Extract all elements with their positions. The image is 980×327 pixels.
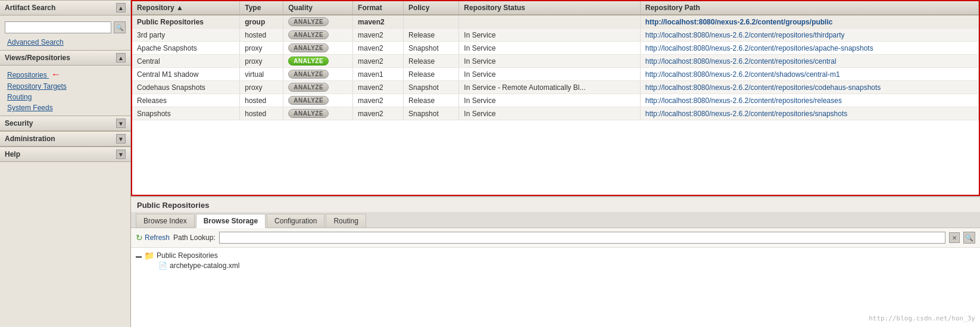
folder-icon: 📁 bbox=[144, 251, 154, 260]
security-label: Security bbox=[5, 119, 33, 127]
cell-quality[interactable]: ANALYZE bbox=[283, 42, 353, 55]
cell-policy: Snapshot bbox=[404, 107, 459, 120]
refresh-button[interactable]: ↻ Refresh bbox=[136, 233, 170, 242]
tree-file-item[interactable]: 📄 archetype-catalog.xml bbox=[150, 261, 975, 270]
advanced-search-link[interactable]: Advanced Search bbox=[0, 37, 130, 48]
cell-quality[interactable]: ANALYZE bbox=[283, 107, 353, 120]
path-search-button[interactable]: 🔍 bbox=[963, 232, 975, 244]
cell-policy: Snapshot bbox=[404, 81, 459, 94]
cell-policy: Release bbox=[404, 68, 459, 81]
sidebar-item-repositories[interactable]: Repositories ← bbox=[0, 68, 130, 81]
table-row[interactable]: Apache SnapshotsproxyANALYZEmaven2Snapsh… bbox=[132, 42, 979, 55]
path-lookup-label: Path Lookup: bbox=[173, 233, 216, 242]
path-clear-button[interactable]: ✕ bbox=[949, 232, 960, 243]
col-type[interactable]: Type bbox=[240, 1, 283, 15]
administration-toggle[interactable]: ▼ bbox=[116, 134, 126, 144]
panel-toolbar: ↻ Refresh Path Lookup: ✕ 🔍 bbox=[131, 228, 980, 248]
search-input[interactable] bbox=[5, 21, 111, 33]
cell-format: maven2 bbox=[353, 15, 404, 29]
col-quality[interactable]: Quality bbox=[283, 1, 353, 15]
tab-browse-storage[interactable]: Browse Storage bbox=[196, 214, 266, 228]
administration-header[interactable]: Administration ▼ bbox=[0, 131, 130, 147]
cell-status: In Service bbox=[459, 42, 640, 55]
cell-path[interactable]: http://localhost:8080/nexus-2.6.2/conten… bbox=[640, 68, 978, 81]
security-toggle[interactable]: ▼ bbox=[116, 119, 126, 128]
tree-root[interactable]: ▬ 📁 Public Repositories bbox=[136, 250, 975, 261]
tab-configuration[interactable]: Configuration bbox=[267, 214, 324, 228]
sidebar-item-repository-targets[interactable]: Repository Targets bbox=[0, 81, 130, 92]
analyze-button[interactable]: ANALYZE bbox=[288, 57, 329, 66]
watermark: http://blog.csdn.net/hon_3y bbox=[869, 314, 975, 322]
analyze-button[interactable]: ANALYZE bbox=[288, 30, 329, 39]
views-repositories-label: Views/Repositories bbox=[5, 54, 70, 62]
sidebar-item-system-feeds[interactable]: System Feeds bbox=[0, 102, 130, 113]
repo-path-link[interactable]: http://localhost:8080/nexus-2.6.2/conten… bbox=[645, 83, 881, 92]
artifact-search-toggle[interactable]: ▲ bbox=[116, 3, 126, 13]
col-format[interactable]: Format bbox=[353, 1, 404, 15]
analyze-button[interactable]: ANALYZE bbox=[288, 96, 329, 105]
analyze-button[interactable]: ANALYZE bbox=[288, 17, 329, 26]
views-repositories-toggle[interactable]: ▲ bbox=[116, 53, 126, 63]
cell-path[interactable]: http://localhost:8080/nexus-2.6.2/conten… bbox=[640, 42, 978, 55]
cell-quality[interactable]: ANALYZE bbox=[283, 29, 353, 42]
analyze-button[interactable]: ANALYZE bbox=[288, 43, 329, 52]
cell-repo-name: Central M1 shadow bbox=[132, 68, 240, 81]
analyze-button[interactable]: ANALYZE bbox=[288, 70, 329, 79]
table-header: Repository ▲ Type Quality Format Policy … bbox=[132, 1, 979, 15]
cell-repo-name: Apache Snapshots bbox=[132, 42, 240, 55]
table-row[interactable]: CentralproxyANALYZEmaven2ReleaseIn Servi… bbox=[132, 55, 979, 68]
cell-path[interactable]: http://localhost:8080/nexus-2.6.2/conten… bbox=[640, 94, 978, 107]
repo-path-link[interactable]: http://localhost:8080/nexus-2.6.2/conten… bbox=[645, 18, 833, 26]
cell-status bbox=[459, 15, 640, 29]
views-repositories-header[interactable]: Views/Repositories ▲ bbox=[0, 50, 130, 66]
repo-path-link[interactable]: http://localhost:8080/nexus-2.6.2/conten… bbox=[645, 96, 842, 105]
cell-quality[interactable]: ANALYZE bbox=[283, 81, 353, 94]
bottom-panel: Public Repositories Browse IndexBrowse S… bbox=[131, 196, 980, 327]
cell-status: In Service - Remote Automatically Bl... bbox=[459, 81, 640, 94]
sidebar-item-routing[interactable]: Routing bbox=[0, 92, 130, 102]
cell-quality[interactable]: ANALYZE bbox=[283, 55, 353, 68]
col-status[interactable]: Repository Status bbox=[459, 1, 640, 15]
cell-type: proxy bbox=[240, 42, 283, 55]
col-policy[interactable]: Policy bbox=[404, 1, 459, 15]
artifact-search-header[interactable]: Artifact Search ▲ bbox=[0, 0, 130, 15]
cell-repo-name: 3rd party bbox=[132, 29, 240, 42]
table-row[interactable]: SnapshotshostedANALYZEmaven2SnapshotIn S… bbox=[132, 107, 979, 120]
table-row[interactable]: 3rd partyhostedANALYZEmaven2ReleaseIn Se… bbox=[132, 29, 979, 42]
cell-policy: Release bbox=[404, 29, 459, 42]
repo-path-link[interactable]: http://localhost:8080/nexus-2.6.2/conten… bbox=[645, 44, 873, 52]
repo-path-link[interactable]: http://localhost:8080/nexus-2.6.2/conten… bbox=[645, 31, 845, 39]
repo-path-link[interactable]: http://localhost:8080/nexus-2.6.2/conten… bbox=[645, 57, 837, 66]
cell-quality[interactable]: ANALYZE bbox=[283, 68, 353, 81]
path-lookup-input[interactable] bbox=[219, 232, 945, 244]
tab-browse-index[interactable]: Browse Index bbox=[136, 214, 195, 228]
tab-routing[interactable]: Routing bbox=[326, 214, 366, 228]
tree-root-toggle[interactable]: ▬ bbox=[136, 253, 142, 259]
cell-quality[interactable]: ANALYZE bbox=[283, 15, 353, 29]
repositories-arrow: ← bbox=[51, 69, 61, 80]
table-row[interactable]: Public RepositoriesgroupANALYZEmaven2htt… bbox=[132, 15, 979, 29]
cell-path[interactable]: http://localhost:8080/nexus-2.6.2/conten… bbox=[640, 107, 978, 120]
repo-path-link[interactable]: http://localhost:8080/nexus-2.6.2/conten… bbox=[645, 70, 840, 79]
table-row[interactable]: Central M1 shadowvirtualANALYZEmaven1Rel… bbox=[132, 68, 979, 81]
col-repository[interactable]: Repository ▲ bbox=[132, 1, 240, 15]
col-path[interactable]: Repository Path bbox=[640, 1, 978, 15]
help-toggle[interactable]: ▼ bbox=[116, 150, 126, 159]
search-icon-btn[interactable]: 🔍 bbox=[114, 21, 126, 33]
analyze-button[interactable]: ANALYZE bbox=[288, 83, 329, 92]
help-header[interactable]: Help ▼ bbox=[0, 147, 130, 162]
analyze-button[interactable]: ANALYZE bbox=[288, 109, 329, 118]
security-header[interactable]: Security ▼ bbox=[0, 116, 130, 131]
cell-policy: Snapshot bbox=[404, 42, 459, 55]
table-row[interactable]: Codehaus SnapshotsproxyANALYZEmaven2Snap… bbox=[132, 81, 979, 94]
cell-path[interactable]: http://localhost:8080/nexus-2.6.2/conten… bbox=[640, 29, 978, 42]
cell-path[interactable]: http://localhost:8080/nexus-2.6.2/conten… bbox=[640, 15, 978, 29]
cell-repo-name: Public Repositories bbox=[132, 15, 240, 29]
table-row[interactable]: ReleaseshostedANALYZEmaven2ReleaseIn Ser… bbox=[132, 94, 979, 107]
cell-path[interactable]: http://localhost:8080/nexus-2.6.2/conten… bbox=[640, 81, 978, 94]
help-label: Help bbox=[5, 150, 20, 158]
cell-path[interactable]: http://localhost:8080/nexus-2.6.2/conten… bbox=[640, 55, 978, 68]
repo-path-link[interactable]: http://localhost:8080/nexus-2.6.2/conten… bbox=[645, 110, 848, 118]
refresh-label: Refresh bbox=[145, 233, 170, 242]
cell-quality[interactable]: ANALYZE bbox=[283, 94, 353, 107]
